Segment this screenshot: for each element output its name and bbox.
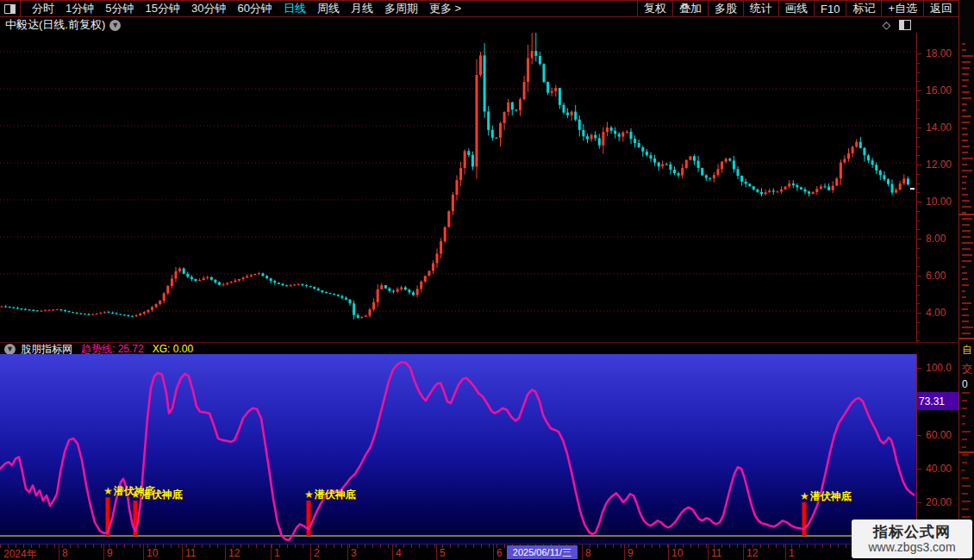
timeline-label: 11 (711, 547, 721, 559)
menu-item-叠加[interactable]: 叠加 (672, 1, 708, 16)
price-axis-label: 4.00 (926, 307, 946, 319)
menu-item-F10[interactable]: F10 (814, 1, 846, 16)
main-candlestick-chart[interactable] (0, 33, 916, 342)
tool-menu: 复权叠加多股统计画线F10标记+自选返回 (637, 1, 958, 16)
indicator-axis: 73.31 100.060.0040.0020.00 (916, 354, 958, 544)
timeline-label: 5 (440, 547, 446, 559)
price-axis-label: 8.00 (926, 233, 946, 245)
menu-item-1[interactable]: 分时 (32, 1, 54, 16)
top-menu-bar: 分时1分钟5分钟15分钟30分钟60分钟日线周线月线多周期更多 > 复权叠加多股… (0, 0, 974, 17)
current-date-box: 2025/06/11/三 (507, 545, 578, 559)
menu-item-6[interactable]: 60分钟 (237, 1, 272, 16)
pane-icon[interactable] (899, 20, 911, 30)
menu-item-7[interactable]: 日线 (284, 1, 306, 16)
menu-item-4[interactable]: 15分钟 (145, 1, 179, 16)
edge-strip-label: 交 (962, 364, 972, 374)
timeline-label: 1 (789, 547, 795, 559)
stock-title: 中毅达(日线.前复权) (5, 17, 105, 33)
indicator-axis-label: 60.00 (926, 429, 952, 441)
star-icon: ★ (131, 488, 140, 501)
signal-label: ★潜伏神底 (304, 488, 356, 502)
menu-item-8[interactable]: 周线 (317, 1, 340, 16)
price-axis-label: 10.00 (926, 196, 952, 208)
title-bar: 中毅达(日线.前复权) ▼ ◇ (0, 17, 958, 33)
timeline-label: 10 (671, 547, 683, 559)
menu-item-3[interactable]: 5分钟 (105, 1, 134, 16)
menu-item-返回[interactable]: 返回 (923, 1, 958, 16)
xg-value: XG: 0.00 (153, 343, 193, 355)
timeline-label: 8 (62, 547, 68, 559)
star-icon: ★ (304, 488, 314, 501)
menu-item-多股[interactable]: 多股 (708, 1, 743, 16)
timeline-label: 4 (396, 547, 402, 559)
timeline-label: 9 (627, 547, 634, 559)
indicator-axis-label: 40.00 (926, 463, 952, 475)
chevron-down-circle-icon[interactable]: ▼ (4, 344, 16, 355)
price-axis-label: 12.00 (926, 159, 952, 171)
diamond-icon[interactable]: ◇ (883, 19, 890, 31)
watermark-url: www.zbgs3.com (868, 541, 955, 554)
timeline-label: 10 (147, 547, 158, 559)
timeline: 2024年891011121234568910111212025/06/11/三 (0, 544, 958, 560)
menu-item-10[interactable]: 多周期 (384, 1, 418, 16)
timeline-ticks (0, 544, 916, 548)
menu-item-5[interactable]: 30分钟 (191, 1, 226, 16)
timeline-label: 2024年 (3, 547, 37, 560)
indicator-value-badge: 73.31 (917, 392, 959, 410)
watermark-title: 指标公式网 (873, 524, 951, 541)
menu-item-复权[interactable]: 复权 (637, 1, 672, 16)
app-window: 分时1分钟5分钟15分钟30分钟60分钟日线周线月线多周期更多 > 复权叠加多股… (0, 0, 974, 560)
signal-label: ★潜伏神底 (800, 489, 852, 504)
star-icon: ★ (103, 485, 113, 497)
indicator-axis-label: 20.00 (926, 496, 952, 508)
timeline-label: 2 (314, 547, 320, 559)
menu-item-+自选[interactable]: +自选 (881, 1, 923, 16)
timeline-label: 3 (351, 547, 357, 559)
price-axis-label: 6.00 (926, 270, 946, 282)
menu-item-画线[interactable]: 画线 (778, 1, 814, 16)
signal-label: ★潜伏神底 (131, 488, 183, 502)
edge-strip-label: 0 (962, 379, 968, 389)
menu-item-标记[interactable]: 标记 (846, 1, 881, 16)
star-icon: ★ (800, 490, 809, 502)
main-price-axis: 18.0016.0014.0012.0010.008.006.004.00 (916, 33, 958, 342)
timeline-label: 1 (274, 547, 280, 559)
price-axis-label: 18.00 (926, 47, 952, 59)
menu-item-2[interactable]: 1分钟 (66, 1, 94, 16)
timeline-label: 12 (228, 547, 240, 559)
indicator-axis-label: 100.0 (926, 362, 952, 374)
menu-item-统计[interactable]: 统计 (743, 1, 778, 16)
watermark: 指标公式网 www.zbgs3.com (852, 520, 972, 558)
indicator-panel[interactable]: ★潜伏神底★潜伏神底★潜伏神底★潜伏神底 (0, 354, 916, 544)
edge-strip-label: 自 (962, 345, 972, 355)
menu-item-9[interactable]: 月线 (351, 1, 373, 16)
window-split-icon[interactable] (0, 1, 21, 16)
timeline-label: 11 (185, 547, 196, 559)
right-edge-strip: 自交0 (958, 0, 974, 560)
indicator-header: ▼ 股朋指标网 趋势线: 25.72 XG: 0.00 (0, 342, 958, 355)
timeline-label: 12 (746, 547, 758, 559)
timeline-label: 8 (585, 547, 591, 559)
timeline-label: 6 (496, 547, 503, 559)
price-axis-label: 14.00 (926, 121, 952, 134)
period-menu: 分时1分钟5分钟15分钟30分钟60分钟日线周线月线多周期更多 > (21, 1, 461, 16)
price-axis-label: 16.00 (926, 84, 952, 96)
chevron-down-circle-icon[interactable]: ▼ (109, 20, 121, 31)
menu-item-11[interactable]: 更多 > (429, 1, 461, 16)
timeline-label: 9 (107, 547, 113, 559)
